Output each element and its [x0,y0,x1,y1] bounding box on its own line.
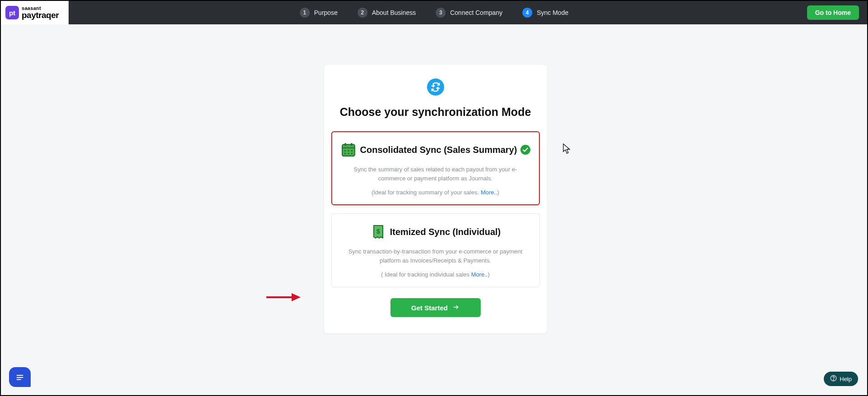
option-consolidated-sync[interactable]: Consolidated Sync (Sales Summary) Sync t… [331,131,540,205]
svg-point-5 [344,153,345,154]
calendar-grid-icon [340,142,357,158]
get-started-label: Get Started [411,304,448,312]
option-ideal: ( Ideal for tracking individual sales Mo… [339,271,532,278]
cursor-icon [563,143,571,156]
more-link[interactable]: More.. [471,271,488,278]
svg-point-7 [351,153,352,154]
help-button[interactable]: Help [824,372,858,386]
check-icon [520,145,530,155]
ideal-suffix: ) [497,189,499,196]
logo[interactable]: pt saasant paytraqer [1,1,69,24]
step-number: 1 [300,8,310,18]
step-about-business[interactable]: 2 About Business [357,8,416,18]
option-title: Consolidated Sync (Sales Summary) [360,145,517,155]
get-started-button[interactable]: Get Started [390,298,481,317]
svg-rect-9 [351,143,352,146]
step-label: Purpose [314,9,338,16]
option-description: Sync the summary of sales related to eac… [339,165,532,183]
svg-point-6 [348,153,349,154]
step-label: Connect Company [450,9,502,16]
onboarding-steps: 1 Purpose 2 About Business 3 Connect Com… [300,8,568,18]
option-ideal: (Ideal for tracking summary of your sale… [339,189,532,196]
step-label: Sync Mode [537,9,568,16]
ideal-prefix: ( Ideal for tracking individual sales [381,271,471,278]
svg-rect-8 [344,143,346,146]
arrow-right-icon [452,304,460,312]
sync-mode-card: Choose your synchronization Mode Consoli… [324,65,547,333]
more-link[interactable]: More.. [481,189,497,196]
logo-brand-bottom: paytraqer [22,11,59,19]
help-icon [830,375,837,383]
logo-text: saasant paytraqer [22,6,59,19]
header-bar: pt saasant paytraqer 1 Purpose 2 About B… [1,1,867,24]
step-label: About Business [372,9,416,16]
svg-marker-13 [292,293,301,301]
sync-icon [427,78,444,96]
step-sync-mode[interactable]: 4 Sync Mode [522,8,568,18]
logo-badge: pt [5,6,19,19]
option-header: Consolidated Sync (Sales Summary) [339,142,532,158]
annotation-arrow [265,292,302,303]
svg-text:$: $ [376,228,380,235]
svg-point-3 [348,150,349,151]
option-description: Sync transaction-by-transaction from you… [339,247,532,265]
step-number: 4 [522,8,532,18]
help-label: Help [840,376,852,382]
step-number: 2 [357,8,367,18]
step-purpose[interactable]: 1 Purpose [300,8,338,18]
chat-widget-button[interactable] [9,367,31,387]
option-header: $ Itemized Sync (Individual) [339,224,532,240]
svg-point-18 [833,380,834,380]
svg-point-2 [344,150,345,151]
card-title: Choose your synchronization Mode [324,106,547,119]
option-itemized-sync[interactable]: $ Itemized Sync (Individual) Sync transa… [331,213,540,287]
go-to-home-button[interactable]: Go to Home [807,5,859,20]
ideal-prefix: (Ideal for tracking summary of your sale… [371,189,481,196]
svg-point-4 [351,150,352,151]
receipt-dollar-icon: $ [370,224,386,240]
option-title: Itemized Sync (Individual) [390,227,501,237]
step-connect-company[interactable]: 3 Connect Company [436,8,502,18]
ideal-suffix: ) [487,271,489,278]
step-number: 3 [436,8,446,18]
